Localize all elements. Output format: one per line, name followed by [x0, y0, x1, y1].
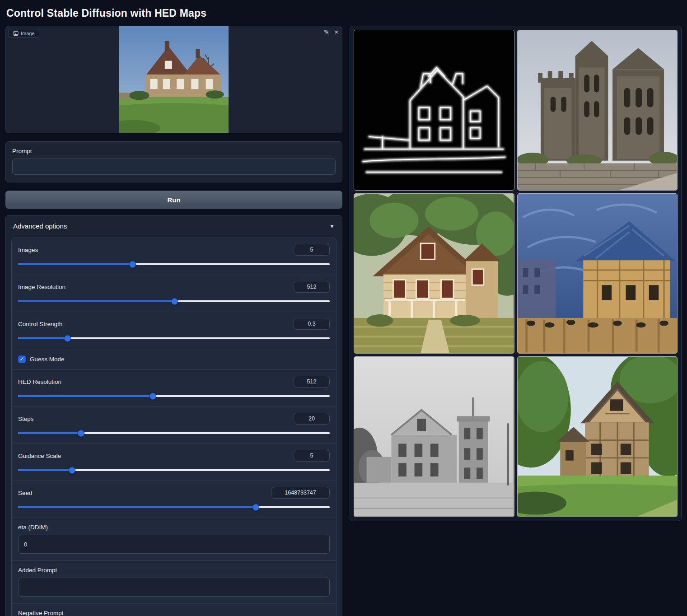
slider-label: Seed: [18, 490, 33, 496]
prompt-input[interactable]: [12, 159, 336, 175]
gallery-item-bw-building[interactable]: [354, 356, 514, 517]
guess-mode-checkbox[interactable]: ✓: [18, 355, 26, 363]
slider-handle[interactable]: [171, 298, 178, 305]
slider-row-control-strength: Control Strength: [12, 312, 336, 349]
slider-value-input[interactable]: [294, 450, 330, 462]
gallery-item-rainy-painting[interactable]: [517, 193, 678, 354]
slider-row-hed-resolution: HED Resolution: [12, 370, 336, 407]
eta-input[interactable]: [18, 535, 330, 554]
slider-label: HED Resolution: [18, 378, 61, 385]
advanced-options-header[interactable]: Advanced options ▼: [6, 215, 342, 237]
castle-image: [518, 30, 678, 190]
edit-image-icon[interactable]: ✎: [324, 29, 329, 35]
app: Control Stable Diffusion with HED Maps I…: [0, 0, 687, 616]
slider-track[interactable]: [18, 335, 330, 342]
page-title: Control Stable Diffusion with HED Maps: [5, 5, 682, 26]
main-layout: Image ✎ ×: [5, 26, 682, 616]
gallery-grid: [354, 30, 678, 517]
guess-mode-row: ✓ Guess Mode: [12, 349, 336, 370]
slider-value-input[interactable]: [294, 281, 330, 293]
image-label: Image: [21, 31, 35, 36]
slider-label: Images: [18, 247, 38, 253]
gallery-item-castle[interactable]: [517, 30, 678, 191]
prompt-block: Prompt: [5, 141, 342, 182]
slider-handle[interactable]: [64, 335, 71, 342]
hed-map-image: [354, 30, 514, 190]
prompt-label: Prompt: [12, 148, 336, 154]
slider-track[interactable]: [18, 504, 330, 511]
slider-value-input[interactable]: [294, 413, 330, 425]
slider-track[interactable]: [18, 392, 330, 400]
slider-track[interactable]: [18, 429, 330, 437]
input-house-photo[interactable]: [119, 26, 229, 133]
slider-value-input[interactable]: [294, 318, 330, 330]
gallery-item-country-house[interactable]: [354, 193, 514, 354]
slider-value-input[interactable]: [294, 376, 330, 387]
slider-row-steps: Steps: [12, 407, 336, 444]
slider-handle[interactable]: [78, 430, 84, 437]
slider-handle[interactable]: [129, 261, 136, 268]
rainy-painting-image: [518, 194, 678, 354]
bw-building-image: [354, 357, 514, 517]
advanced-options-panel: Images Image Resolution: [11, 238, 336, 616]
slider-handle[interactable]: [150, 393, 156, 400]
controls-column: Image ✎ ×: [5, 26, 342, 616]
slider-track[interactable]: [18, 261, 330, 268]
slider-fill: [18, 263, 132, 265]
timber-house-image: [518, 357, 678, 517]
slider-label: Control Strength: [18, 321, 62, 327]
output-gallery: [350, 26, 682, 521]
slider-label: Guidance Scale: [18, 453, 61, 459]
added-prompt-label: Added Prompt: [18, 567, 330, 574]
eta-row: eta (DDIM): [12, 518, 336, 561]
advanced-options-block: Advanced options ▼ Images: [5, 215, 342, 616]
gallery-item-hed-map[interactable]: [354, 30, 514, 191]
results-column: [350, 26, 682, 521]
added-prompt-row: Added Prompt: [12, 561, 336, 604]
slider-track[interactable]: [18, 298, 330, 305]
image-label-badge: Image: [9, 29, 39, 38]
close-image-icon[interactable]: ×: [335, 29, 338, 35]
image-actions: ✎ ×: [324, 29, 338, 35]
gallery-item-timber-house[interactable]: [517, 356, 678, 517]
slider-row-guidance-scale: Guidance Scale: [12, 444, 336, 481]
negative-prompt-label: Negative Prompt: [18, 610, 330, 616]
slider-label: Image Resolution: [18, 284, 65, 290]
slider-fill: [18, 469, 72, 471]
chevron-down-icon: ▼: [329, 223, 335, 229]
slider-row-image-resolution: Image Resolution: [12, 275, 336, 312]
slider-fill: [18, 506, 256, 508]
image-icon: [13, 31, 19, 36]
slider-fill: [18, 300, 174, 302]
slider-value-input[interactable]: [271, 487, 330, 499]
image-upload-block[interactable]: Image ✎ ×: [5, 26, 342, 133]
slider-fill: [18, 337, 67, 339]
added-prompt-input[interactable]: [18, 578, 330, 597]
slider-row-images: Images: [12, 238, 336, 275]
slider-fill: [18, 395, 153, 397]
eta-label: eta (DDIM): [18, 524, 330, 531]
slider-fill: [18, 432, 81, 434]
slider-row-seed: Seed: [12, 481, 336, 518]
slider-value-input[interactable]: [294, 244, 330, 256]
slider-handle[interactable]: [252, 504, 259, 511]
advanced-options-title: Advanced options: [13, 222, 67, 230]
run-button[interactable]: Run: [5, 191, 342, 209]
guess-mode-label: Guess Mode: [30, 356, 65, 363]
country-house-image: [354, 194, 514, 354]
slider-track[interactable]: [18, 467, 330, 474]
slider-handle[interactable]: [69, 467, 75, 474]
slider-label: Steps: [18, 415, 34, 422]
negative-prompt-row: Negative Prompt: [12, 604, 336, 616]
